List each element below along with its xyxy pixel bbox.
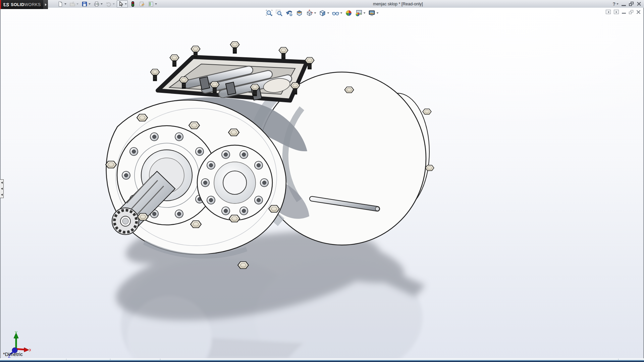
open-dropdown[interactable] xyxy=(76,3,78,5)
view-settings-dropdown[interactable] xyxy=(377,12,379,14)
document-restore-button[interactable] xyxy=(629,10,633,14)
previous-view-icon xyxy=(286,9,293,17)
print-icon xyxy=(94,1,100,7)
display-style-dropdown[interactable] xyxy=(327,12,329,14)
save-button[interactable] xyxy=(80,0,92,8)
section-view-icon xyxy=(296,9,303,17)
new-document-icon xyxy=(57,1,63,7)
apply-scene-button[interactable] xyxy=(355,9,366,17)
apply-scene-icon xyxy=(355,9,363,17)
print-dropdown[interactable] xyxy=(101,3,103,5)
hide-show-dropdown[interactable] xyxy=(340,12,342,14)
new-dropdown[interactable] xyxy=(64,3,66,5)
traffic-light-icon xyxy=(130,1,136,7)
triad-x-label: X xyxy=(29,348,31,353)
next-pane-button[interactable] xyxy=(614,10,619,14)
collapse-arrow-icon xyxy=(1,182,3,184)
undo-dropdown[interactable] xyxy=(113,3,115,5)
windows-taskbar-edge xyxy=(0,360,644,362)
window-title: menjac sklop * [Read-only] xyxy=(373,2,423,6)
save-dropdown[interactable] xyxy=(89,3,91,5)
triad-y-label: Y xyxy=(15,330,17,335)
display-style-icon xyxy=(319,9,326,17)
rebuild-button[interactable] xyxy=(129,0,137,8)
collapse-arrow-icon xyxy=(1,194,3,196)
previous-pane-button[interactable] xyxy=(606,10,611,14)
options-dropdown[interactable] xyxy=(155,3,157,5)
title-bar: menjac sklop * [Read-only] xyxy=(0,0,644,8)
solidworks-wordmark: SOLIDWORKS xyxy=(11,2,41,7)
standard-toolbar xyxy=(56,0,158,7)
document-window-controls xyxy=(606,10,641,14)
file-properties-button[interactable] xyxy=(138,0,146,8)
brand-red-stripe xyxy=(0,0,1,9)
model-reflection xyxy=(121,257,423,358)
options-checklist-icon xyxy=(148,1,154,7)
restore-button[interactable] xyxy=(629,2,634,6)
window-controls: ? xyxy=(612,1,641,7)
previous-view-button[interactable] xyxy=(285,9,294,17)
help-dropdown[interactable] xyxy=(616,3,619,5)
featuremanager-collapsed-tab[interactable] xyxy=(0,179,4,198)
view-orientation-icon xyxy=(306,9,313,17)
display-style-button[interactable] xyxy=(318,9,330,17)
minimize-button[interactable] xyxy=(622,5,626,6)
section-view-button[interactable] xyxy=(295,9,304,17)
appearance-ball-icon xyxy=(345,9,353,17)
undo-button[interactable] xyxy=(105,0,116,8)
print-button[interactable] xyxy=(93,0,104,8)
document-close-button[interactable] xyxy=(636,10,641,14)
gearbox-3d-model[interactable] xyxy=(0,8,644,358)
zoom-to-area-icon xyxy=(276,9,283,17)
eyeglasses-icon xyxy=(332,9,339,17)
save-icon xyxy=(82,1,88,7)
view-settings-button[interactable] xyxy=(368,9,379,17)
open-icon xyxy=(69,1,75,7)
select-dropdown[interactable] xyxy=(125,3,127,5)
select-button[interactable] xyxy=(117,0,128,8)
solidworks-logo: 3S SOLIDWORKS xyxy=(0,0,43,9)
hide-show-items-button[interactable] xyxy=(331,9,343,17)
file-properties-icon xyxy=(139,1,145,7)
zoom-to-area-button[interactable] xyxy=(275,9,284,17)
view-orientation-dropdown[interactable] xyxy=(314,12,316,14)
help-label: ? xyxy=(612,1,615,7)
help-button[interactable]: ? xyxy=(612,1,619,7)
graphics-viewport[interactable]: Y X Z *Dimetric xyxy=(0,8,644,358)
view-orientation-label: *Dimetric xyxy=(3,352,23,357)
apply-scene-dropdown[interactable] xyxy=(364,12,366,14)
edit-appearance-button[interactable] xyxy=(344,9,353,17)
pane-right-icon xyxy=(616,11,617,13)
menu-expand-button[interactable] xyxy=(43,0,48,9)
countershaft-bearing-flange xyxy=(197,145,272,220)
document-minimize-button[interactable] xyxy=(622,13,626,14)
new-document-button[interactable] xyxy=(56,0,67,8)
collapse-arrow-icon xyxy=(1,188,3,190)
zoom-to-fit-button[interactable] xyxy=(265,9,274,17)
close-button[interactable] xyxy=(637,2,641,6)
heads-up-view-toolbar xyxy=(265,9,379,17)
open-button[interactable] xyxy=(68,0,79,8)
expand-arrow-icon xyxy=(45,3,47,6)
view-orientation-button[interactable] xyxy=(305,9,317,17)
options-button[interactable] xyxy=(147,0,158,8)
solidworks-window: menjac sklop * [Read-only] xyxy=(0,0,644,362)
pane-left-icon xyxy=(608,11,609,13)
view-settings-icon xyxy=(368,9,376,17)
zoom-to-fit-icon xyxy=(266,9,273,17)
undo-icon xyxy=(106,1,112,7)
select-cursor-icon xyxy=(118,1,124,7)
3ds-logo-mark: 3S xyxy=(3,2,9,7)
